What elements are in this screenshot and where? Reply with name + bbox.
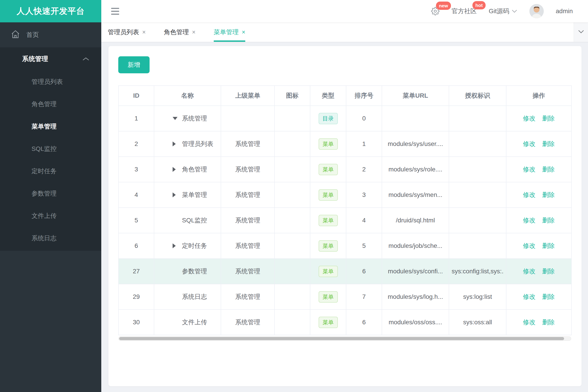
cell-order: 7 xyxy=(346,284,382,310)
expand-arrow-icon[interactable] xyxy=(173,167,182,172)
cell-parent-menu: 系统管理 xyxy=(221,258,275,284)
tab-2[interactable]: 角色管理× xyxy=(164,22,196,42)
edit-link[interactable]: 修改 xyxy=(523,166,535,173)
name-cell: 定时任务 xyxy=(154,242,221,250)
cell-name: 系统日志 xyxy=(154,284,221,310)
cell-type: 菜单 xyxy=(310,208,346,233)
sidebar-item-3[interactable]: 菜单管理 xyxy=(0,115,101,138)
sidebar-item-home[interactable]: 首页 xyxy=(0,22,101,48)
home-icon xyxy=(11,30,20,40)
sidebar-group-label: 系统管理 xyxy=(22,54,48,64)
type-badge: 菜单 xyxy=(319,317,338,328)
sidebar-item-6[interactable]: 参数管理 xyxy=(0,182,101,205)
git-source-dropdown[interactable]: Git源码 xyxy=(489,7,517,16)
sidebar-item-7[interactable]: 文件上传 xyxy=(0,205,101,227)
close-icon[interactable]: × xyxy=(242,29,246,36)
sidebar-item-4[interactable]: SQL监控 xyxy=(0,138,101,160)
cell-menu-url: modules/sys/men... xyxy=(382,182,449,208)
cell-perms xyxy=(449,233,506,258)
menu-name-label: 系统日志 xyxy=(182,292,207,301)
sidebar-item-2[interactable]: 角色管理 xyxy=(0,93,101,115)
delete-link[interactable]: 删除 xyxy=(542,268,555,275)
add-button[interactable]: 新增 xyxy=(118,56,150,73)
table-row[interactable]: 5SQL监控系统管理菜单4/druid/sql.html修改删除 xyxy=(119,208,571,233)
cell-perms xyxy=(449,157,506,182)
edit-link[interactable]: 修改 xyxy=(523,115,535,122)
sidebar-item-8[interactable]: 系统日志 xyxy=(0,227,101,250)
edit-link[interactable]: 修改 xyxy=(523,293,535,300)
avatar[interactable] xyxy=(529,4,544,18)
sidebar-group-system[interactable]: 系统管理 xyxy=(0,48,101,70)
sidebar-item-5[interactable]: 定时任务 xyxy=(0,160,101,182)
cell-perms xyxy=(449,131,506,157)
cell-type: 菜单 xyxy=(310,131,346,157)
delete-link[interactable]: 删除 xyxy=(542,242,555,249)
name-cell: 参数管理 xyxy=(154,267,221,276)
close-icon[interactable]: × xyxy=(142,29,146,36)
tabs-menu-button[interactable] xyxy=(574,22,588,42)
delete-link[interactable]: 删除 xyxy=(542,293,555,300)
cell-icon xyxy=(275,208,310,233)
table-row[interactable]: 27参数管理系统管理菜单6modules/sys/confi...sys:con… xyxy=(119,258,571,284)
username-label: admin xyxy=(556,8,573,15)
expand-arrow-icon[interactable] xyxy=(173,192,182,197)
horizontal-scrollbar xyxy=(118,336,571,341)
cell-parent-menu: 系统管理 xyxy=(221,284,275,310)
edit-link[interactable]: 修改 xyxy=(523,319,535,326)
cell-name: 文件上传 xyxy=(154,310,221,335)
sidebar-item-1[interactable]: 管理员列表 xyxy=(0,70,101,93)
table-row[interactable]: 1系统管理目录0修改删除 xyxy=(119,106,571,131)
sidebar-toggle-button[interactable] xyxy=(111,8,119,15)
table-row[interactable]: 6定时任务系统管理菜单5modules/job/sche...修改删除 xyxy=(119,233,571,258)
expand-arrow-icon[interactable] xyxy=(173,244,182,248)
table-row[interactable]: 30文件上传系统管理菜单6modules/oss/oss....sys:oss:… xyxy=(119,310,571,335)
open-tabs: 管理员列表×角色管理×菜单管理× xyxy=(101,22,574,42)
tab-bar: 管理员列表×角色管理×菜单管理× xyxy=(101,22,588,42)
git-source-label: Git源码 xyxy=(489,7,509,16)
delete-link[interactable]: 删除 xyxy=(542,115,555,122)
content-area: 新增 ID名称上级菜单图标类型排序号菜单URL授权标识操作 1系统管理目录0修改… xyxy=(101,42,588,392)
cell-actions: 修改删除 xyxy=(506,233,571,258)
edit-link[interactable]: 修改 xyxy=(523,217,535,224)
community-link[interactable]: 官方社区 hot xyxy=(452,7,477,16)
table-row[interactable]: 4菜单管理系统管理菜单3modules/sys/men...修改删除 xyxy=(119,182,571,208)
delete-link[interactable]: 删除 xyxy=(542,140,555,147)
cell-name: 菜单管理 xyxy=(154,182,221,208)
tab-3[interactable]: 菜单管理× xyxy=(214,22,246,42)
edit-link[interactable]: 修改 xyxy=(523,191,535,198)
type-badge: 目录 xyxy=(319,113,338,124)
table-row[interactable]: 2管理员列表系统管理菜单1modules/sys/user....修改删除 xyxy=(119,131,571,157)
sidebar-home-label: 首页 xyxy=(26,30,39,39)
cell-type: 菜单 xyxy=(310,284,346,310)
tab-1[interactable]: 管理员列表× xyxy=(108,22,146,42)
delete-link[interactable]: 删除 xyxy=(542,191,555,198)
menu-name-label: 管理员列表 xyxy=(182,140,213,148)
table-row[interactable]: 29系统日志系统管理菜单7modules/sys/log.h...sys:log… xyxy=(119,284,571,310)
edit-link[interactable]: 修改 xyxy=(523,140,535,147)
cell-perms xyxy=(449,208,506,233)
menu-name-label: 菜单管理 xyxy=(182,191,207,199)
name-cell: 系统日志 xyxy=(154,292,221,301)
cell-icon xyxy=(275,131,310,157)
cell-order: 2 xyxy=(346,157,382,182)
expand-arrow-icon[interactable] xyxy=(173,142,182,146)
theme-settings-button[interactable]: new xyxy=(431,7,439,16)
cell-name: 定时任务 xyxy=(154,233,221,258)
edit-link[interactable]: 修改 xyxy=(523,242,535,249)
table-row[interactable]: 3角色管理系统管理菜单2modules/sys/role....修改删除 xyxy=(119,157,571,182)
scrollbar-thumb[interactable] xyxy=(119,337,564,340)
close-icon[interactable]: × xyxy=(192,29,196,36)
column-header-5: 类型 xyxy=(310,86,346,106)
collapse-arrow-icon[interactable] xyxy=(173,117,182,120)
cell-type: 目录 xyxy=(310,106,346,131)
cell-perms: sys:log:list xyxy=(449,284,506,310)
cell-parent-menu: 系统管理 xyxy=(221,208,275,233)
cell-id: 27 xyxy=(119,258,154,284)
delete-link[interactable]: 删除 xyxy=(542,166,555,173)
delete-link[interactable]: 删除 xyxy=(542,319,555,326)
cell-icon xyxy=(275,310,310,335)
edit-link[interactable]: 修改 xyxy=(523,268,535,275)
cell-actions: 修改删除 xyxy=(506,106,571,131)
cell-parent-menu: 系统管理 xyxy=(221,233,275,258)
delete-link[interactable]: 删除 xyxy=(542,217,555,224)
